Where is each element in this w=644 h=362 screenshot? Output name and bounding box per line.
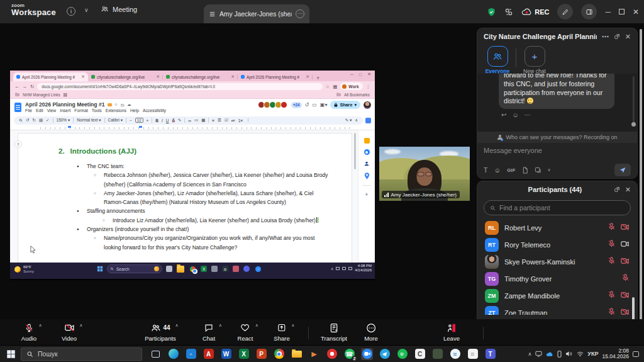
collaborator-overflow-badge[interactable]: +24	[291, 102, 302, 108]
menu-extensions[interactable]: Extensions	[106, 108, 126, 113]
panel-scrollbar[interactable]	[640, 29, 642, 342]
menu-format[interactable]: Format	[74, 108, 88, 113]
discord-icon[interactable]	[243, 266, 250, 272]
print-icon[interactable]: ▤	[39, 118, 43, 123]
chat-tab-new-chat[interactable]: + New chat	[522, 46, 547, 74]
mic-muted-icon[interactable]	[608, 222, 616, 234]
account-avatar[interactable]	[364, 101, 371, 109]
contacts-icon[interactable]	[364, 161, 370, 167]
chat-close-icon[interactable]: ✕	[625, 33, 631, 41]
tab-marker[interactable]	[139, 126, 142, 128]
chrome-minimize-icon[interactable]: ─	[350, 72, 353, 77]
menu-help[interactable]: Help	[130, 108, 139, 113]
participant-row[interactable]: Skye Powers-Kaminski	[477, 253, 637, 270]
chat-tab-everyone[interactable]: Everyone	[485, 46, 510, 74]
bird-app-icon[interactable]: ≈	[449, 348, 461, 360]
zoom-select[interactable]: 150% ▾	[57, 118, 70, 123]
google-docs-icon[interactable]	[14, 103, 21, 112]
capture-app-icon[interactable]: C	[414, 348, 426, 360]
chat-popout-icon[interactable]	[614, 33, 620, 40]
chrome-icon[interactable]	[273, 348, 285, 360]
camera-off-icon[interactable]	[620, 290, 630, 302]
add-reaction-icon[interactable]: ☺	[512, 111, 518, 118]
cast-icon[interactable]	[535, 351, 542, 357]
font-size-input[interactable]: 12	[135, 118, 143, 123]
phone-link-icon[interactable]	[557, 351, 562, 358]
undo-icon[interactable]: ↺	[26, 118, 29, 123]
back-icon[interactable]: ←	[14, 84, 19, 89]
align-icon[interactable]: ≡	[212, 118, 214, 123]
security-shield-icon[interactable]	[487, 7, 496, 17]
bookmark-star-icon[interactable]: ☆	[326, 84, 330, 89]
menu-tools[interactable]: Tools	[92, 108, 102, 113]
highlight-button[interactable]: ✎	[178, 118, 181, 123]
powerpoint-icon[interactable]: P	[255, 348, 267, 360]
tab-close-icon[interactable]: ✕	[81, 74, 85, 79]
network-icon[interactable]	[577, 351, 584, 357]
version-history-icon[interactable]: ↺	[305, 102, 309, 108]
participants-close-icon[interactable]: ✕	[625, 186, 631, 194]
collapse-toolbar-icon[interactable]: ∧	[355, 118, 358, 123]
line-spacing-icon[interactable]: ☰	[218, 118, 221, 123]
teams-icon[interactable]: T	[484, 348, 496, 360]
more-tools-icon[interactable]: ⋮	[246, 118, 250, 123]
font-size-decrease[interactable]: −	[130, 118, 132, 123]
clock-app-icon[interactable]: o	[222, 266, 228, 272]
volume-tray-icon[interactable]	[348, 267, 352, 270]
mic-tray-icon[interactable]	[336, 267, 340, 270]
edge-icon[interactable]	[167, 348, 179, 360]
participant-row[interactable]: TGTimothy Grover	[477, 270, 637, 287]
address-input[interactable]: docs.google.com/document/d/1nrHk7Ow4D6aS…	[37, 83, 322, 90]
snip-tool-icon[interactable]	[211, 266, 218, 272]
extensions-icon[interactable]: ▦	[333, 84, 337, 89]
file-explorer-icon[interactable]	[291, 348, 303, 360]
doc-title[interactable]: April 2026 Planning Meeting #1	[25, 101, 105, 108]
audio-button[interactable]: ∧ Audio	[21, 322, 36, 342]
chevron-down-icon[interactable]: ∨	[548, 167, 551, 173]
pointer-app-icon[interactable]: ▶	[308, 348, 320, 360]
message-more-icon[interactable]: ⋯	[525, 111, 531, 118]
shared-search-box[interactable]: Search	[107, 264, 162, 273]
chrome-menu-icon[interactable]: ⋮	[366, 84, 371, 89]
paragraph-style-select[interactable]: Normal text ▾	[77, 118, 101, 123]
weather-widget[interactable]: 69°F Sunny	[14, 265, 34, 274]
insert-image-icon[interactable]: ▦	[201, 118, 205, 123]
mic-muted-icon[interactable]	[608, 256, 616, 268]
recording-indicator[interactable]: REC	[521, 8, 549, 16]
participant-row[interactable]: RTRory Telemeco	[477, 236, 637, 253]
maps-icon[interactable]	[364, 173, 370, 179]
emoji-picker-icon[interactable]: ☺	[494, 166, 501, 174]
participants-list[interactable]: RLRobert Levy RTRory Telemeco Skye Power…	[477, 219, 637, 315]
taskbar-search-input[interactable]: Пошук	[21, 348, 142, 361]
star-icon[interactable]: ☆	[114, 102, 118, 107]
snap-app-icon[interactable]	[431, 348, 443, 360]
acrobat-icon[interactable]: A	[203, 348, 214, 360]
send-message-button[interactable]	[614, 164, 631, 176]
bold-button[interactable]: B	[155, 118, 158, 123]
zoom-icon[interactable]	[254, 265, 262, 273]
tab-close-icon[interactable]: ✕	[231, 74, 235, 79]
attach-file-icon[interactable]	[522, 167, 528, 174]
participants-button[interactable]: 44 ∧ Participants	[145, 322, 176, 342]
camera-off-icon[interactable]	[620, 222, 630, 234]
participant-video-tile[interactable]: Amy Jaecker-Jones (she/her)	[379, 147, 470, 201]
chrome-tab[interactable]: April 2026 Planning Meeting # ✕	[238, 72, 313, 81]
tab-shared-screen[interactable]: Amy Jaecker-Jones (she/her)'s scr ⋯	[204, 4, 309, 23]
start-button[interactable]	[97, 266, 103, 272]
add-addon-icon[interactable]: +	[365, 191, 368, 198]
insert-link-icon[interactable]: ∞	[188, 118, 191, 123]
tasks-icon[interactable]	[364, 149, 370, 155]
keep-icon[interactable]	[364, 138, 370, 144]
notepad-icon[interactable]: ≡	[467, 348, 479, 360]
tray-expand-icon[interactable]: ∧	[331, 266, 333, 271]
whatsapp-icon[interactable]: ☎2	[343, 348, 355, 360]
camera-on-icon[interactable]	[620, 239, 630, 251]
file-explorer-icon[interactable]	[177, 265, 184, 273]
chrome-profile-button[interactable]: Work	[340, 82, 362, 90]
notification-center-icon[interactable]	[633, 351, 639, 357]
menu-accessibility[interactable]: Accessibility	[143, 108, 166, 113]
excel-icon[interactable]: X	[201, 266, 207, 272]
doc-summary-icon[interactable]: ≡	[14, 140, 22, 148]
side-panel-button[interactable]	[581, 4, 597, 20]
mic-muted-icon[interactable]	[608, 239, 616, 251]
